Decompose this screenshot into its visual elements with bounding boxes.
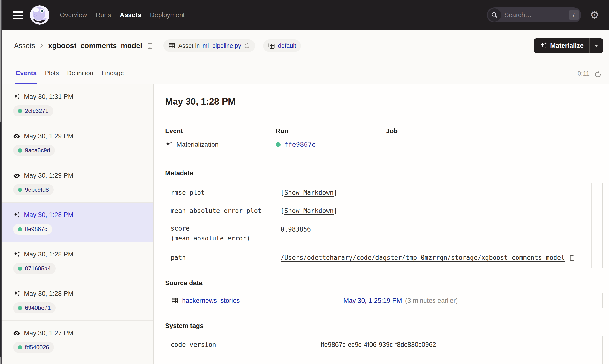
run-status-dot — [18, 345, 22, 350]
window-edge-divider — [1, 0, 2, 364]
event-list-item[interactable]: May 30, 1:28 PM 6940be71 — [2, 281, 153, 321]
event-title: May 30, 1:28 PM — [165, 96, 603, 107]
summary-event-col: Event Materialization — [165, 127, 276, 148]
settings-gear-icon[interactable]: ⚙ — [590, 10, 599, 20]
event-list-item[interactable]: May 30, 1:29 PM 9aca6c9d — [2, 124, 153, 163]
metadata-value: [Show Markdown] — [274, 183, 591, 202]
refresh-countdown: 0:11 — [577, 70, 590, 84]
search-input[interactable] — [501, 11, 569, 19]
run-id-link[interactable]: ffe9867c — [284, 141, 316, 148]
run-id-link[interactable]: 9aca6c9d — [25, 147, 50, 154]
source-data-heading: Source data — [165, 279, 603, 287]
metadata-value: /Users/odetteharary/code/dagster/tmp_0mz… — [274, 247, 591, 268]
search-icon — [488, 8, 501, 22]
event-list-item[interactable]: May 30, 1:27 PM fd540026 — [2, 321, 153, 360]
source-timestamp-link[interactable]: May 30, 1:25:19 PM — [344, 297, 402, 305]
asset-tabs: Events Plots Definition Lineage 0:11 — [2, 61, 609, 84]
run-id-link[interactable]: 6940be71 — [25, 305, 51, 311]
run-id-link[interactable]: 2cfc3271 — [25, 107, 48, 114]
dagster-logo[interactable] — [30, 5, 49, 25]
run-id-link[interactable]: ffe9867c — [25, 226, 47, 233]
materialize-label: Materialize — [550, 42, 584, 50]
run-status-dot — [276, 142, 280, 147]
asset-header: Assets xgboost_comments_model Asset in m… — [2, 30, 609, 61]
run-status-dot — [18, 267, 22, 271]
run-tag[interactable]: fd540026 — [13, 342, 54, 353]
system-tag-key: code_version — [165, 336, 313, 353]
event-list-item-selected[interactable]: May 30, 1:28 PM ffe9867c — [2, 203, 153, 242]
metadata-row: score(mean_absolute_error) 0.983856 — [165, 220, 602, 247]
global-search[interactable]: / — [487, 8, 581, 23]
metadata-action-col — [591, 202, 602, 220]
event-list-item[interactable]: May 30, 1:28 PM 071605a4 — [2, 242, 153, 281]
run-status-dot — [18, 188, 22, 192]
observation-icon — [13, 133, 20, 140]
metadata-action-col — [591, 247, 602, 268]
materialization-icon — [13, 251, 20, 258]
refresh-icon[interactable] — [594, 71, 602, 84]
run-tag[interactable]: 071605a4 — [13, 263, 56, 274]
code-location-badge[interactable]: Asset in ml_pipeline.py — [163, 39, 255, 52]
nav-deployment[interactable]: Deployment — [150, 11, 185, 19]
tab-plots[interactable]: Plots — [44, 69, 59, 84]
system-tags-table: code_version ffe9867c-ec9c-4f06-939c-f8d… — [165, 336, 603, 364]
event-list-item[interactable]: May 30, 1:29 PM 9ebc9fd8 — [2, 163, 153, 203]
divider — [165, 119, 603, 119]
tab-events[interactable]: Events — [15, 69, 37, 84]
source-relative-time: (3 minutes earlier) — [405, 297, 458, 305]
summary-job-col: Job — — [386, 127, 603, 148]
materialize-split-button: Materialize — [534, 39, 603, 53]
top-navbar: Overview Runs Assets Deployment / ⚙ — [0, 0, 609, 30]
source-asset-cell: hackernews_stories — [165, 293, 334, 308]
tab-lineage[interactable]: Lineage — [101, 69, 125, 84]
nav-assets[interactable]: Assets — [120, 11, 141, 19]
metadata-action-col — [591, 220, 602, 247]
run-tag[interactable]: 2cfc3271 — [13, 105, 53, 117]
run-tag[interactable]: 9ebc9fd8 — [13, 184, 54, 195]
asset-group-badge[interactable]: default — [263, 39, 301, 52]
sparkle-icon — [540, 42, 547, 49]
run-id-link[interactable]: fd540026 — [25, 344, 49, 351]
code-location-link[interactable]: ml_pipeline.py — [202, 42, 241, 49]
copy-path-icon[interactable] — [568, 254, 576, 261]
show-markdown-link[interactable]: Show Markdown — [284, 189, 334, 196]
event-time: May 30, 1:29 PM — [24, 172, 73, 179]
run-tag[interactable]: 9aca6c9d — [13, 145, 55, 156]
path-link[interactable]: /Users/odetteharary/code/dagster/tmp_0mz… — [280, 254, 565, 261]
run-tag[interactable]: 6940be71 — [13, 302, 56, 313]
event-time: May 30, 1:28 PM — [24, 290, 73, 298]
event-summary: Event Materialization Run ffe9867c Job — — [165, 127, 603, 148]
run-status-dot — [18, 227, 22, 231]
copy-asset-name-icon[interactable] — [146, 42, 154, 49]
breadcrumb-assets[interactable]: Assets — [14, 42, 35, 50]
event-time: May 30, 1:27 PM — [24, 329, 73, 337]
event-time: May 30, 1:28 PM — [24, 211, 73, 219]
run-tag[interactable]: ffe9867c — [13, 223, 52, 235]
run-id-link[interactable]: 9ebc9fd8 — [25, 186, 49, 193]
nav-runs[interactable]: Runs — [96, 11, 111, 19]
edge-scrollbar-thumb[interactable] — [0, 122, 1, 357]
materialization-icon — [13, 290, 20, 298]
search-shortcut-key: / — [569, 10, 579, 20]
event-list-item[interactable]: May 30, 1:31 PM 2cfc3271 — [2, 84, 153, 124]
metadata-row: path /Users/odetteharary/code/dagster/tm… — [165, 247, 602, 268]
show-markdown-link[interactable]: Show Markdown — [284, 207, 334, 214]
run-id-link[interactable]: 071605a4 — [25, 265, 51, 272]
event-list: May 30, 1:31 PM 2cfc3271 May 30, 1:29 PM… — [2, 84, 154, 364]
run-status-dot — [18, 306, 22, 310]
materialize-dropdown-caret[interactable] — [590, 39, 603, 53]
job-value: — — [386, 141, 393, 148]
reload-location-icon[interactable] — [244, 42, 250, 49]
asset-group-link[interactable]: default — [278, 42, 296, 49]
materialization-icon — [13, 93, 20, 101]
source-asset-link[interactable]: hackernews_stories — [182, 297, 240, 305]
job-label: Job — [386, 127, 603, 135]
event-detail-pane: May 30, 1:28 PM Event Materialization Ru… — [154, 84, 609, 364]
metadata-row: mean_absolute_error plot [Show Markdown] — [165, 202, 602, 220]
metadata-key: mean_absolute_error plot — [165, 202, 274, 220]
hamburger-menu-icon[interactable] — [13, 11, 23, 19]
materialize-button[interactable]: Materialize — [534, 39, 589, 53]
metadata-table: rmse plot [Show Markdown] mean_absolute_… — [165, 183, 603, 268]
tab-definition[interactable]: Definition — [67, 69, 94, 84]
nav-overview[interactable]: Overview — [60, 11, 87, 19]
